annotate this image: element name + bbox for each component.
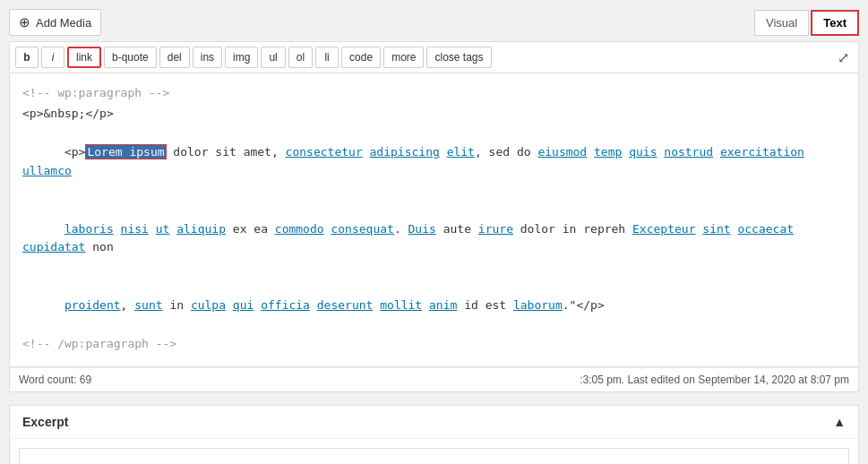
fmt-more[interactable]: more [383, 47, 424, 68]
link-consectetur[interactable]: consectetur [286, 145, 363, 159]
editor-wrapper: ⊕ Add Media Visual Text b i link b-quote… [0, 0, 868, 464]
link-laborum[interactable]: laborum [513, 298, 563, 312]
highlighted-lorem-ipsum: Lorem ipsum [85, 144, 166, 159]
link-commodo[interactable]: commodo [275, 222, 324, 236]
link-elit[interactable]: elit [447, 145, 475, 159]
link-consequat[interactable]: consequat [331, 222, 393, 236]
link-anim[interactable]: anim [429, 298, 457, 312]
word-count-label: Word count: [19, 374, 76, 386]
link-cupidatat[interactable]: cupidatat [22, 240, 85, 253]
link-duis[interactable]: Duis [408, 222, 436, 236]
link-aliquip[interactable]: aliquip [176, 222, 226, 236]
fmt-i[interactable]: i [41, 47, 64, 68]
link-culpa[interactable]: culpa [191, 298, 226, 312]
editor-p-open: <p> [64, 145, 85, 159]
add-media-icon: ⊕ [19, 14, 30, 30]
fmt-ol[interactable]: ol [288, 47, 313, 68]
link-proident[interactable]: proident [64, 298, 121, 312]
editor-line-3: <p>Lorem ipsum dolor sit amet, consectet… [22, 125, 846, 200]
editor-line-4: laboris nisi ut aliquip ex ea commodo co… [22, 202, 846, 276]
excerpt-section: Excerpt ▲ [9, 405, 859, 464]
link-adipiscing[interactable]: adipiscing [370, 145, 440, 159]
word-count-value: 69 [80, 374, 91, 386]
visual-tab[interactable]: Visual [754, 10, 809, 36]
link-sint[interactable]: sint [702, 222, 730, 236]
status-bar: Word count: 69 :3:05 pm. Last edited on … [9, 367, 859, 392]
link-officia[interactable]: officia [261, 298, 310, 312]
link-qui[interactable]: qui [233, 298, 254, 312]
editor-line-6: <!-- /wp:paragraph --> [22, 335, 846, 354]
fmt-li[interactable]: li [315, 47, 339, 68]
fmt-b[interactable]: b [15, 47, 39, 68]
word-count: Word count: 69 [19, 374, 91, 386]
toolbar-top: ⊕ Add Media Visual Text [9, 9, 859, 36]
fmt-code[interactable]: code [341, 47, 381, 68]
fmt-link[interactable]: link [67, 47, 101, 68]
link-ullamco[interactable]: ullamco [22, 164, 72, 177]
link-quis[interactable]: quis [629, 145, 657, 159]
link-eiusmod[interactable]: eiusmod [537, 145, 587, 159]
link-deserunt[interactable]: deserunt [317, 298, 374, 312]
fmt-b-quote[interactable]: b-quote [104, 47, 157, 68]
link-temp[interactable]: temp [594, 145, 622, 159]
excerpt-title: Excerpt [22, 415, 68, 429]
link-mollit[interactable]: mollit [380, 298, 422, 312]
link-exercitation[interactable]: exercitation [720, 145, 804, 159]
view-buttons: Visual Text [754, 10, 859, 36]
fmt-close-tags[interactable]: close tags [426, 47, 491, 68]
add-media-button[interactable]: ⊕ Add Media [9, 9, 101, 36]
link-occaecat[interactable]: occaecat [737, 222, 794, 236]
last-edited: :3:05 pm. Last edited on September 14, 2… [580, 374, 849, 386]
add-media-label: Add Media [36, 16, 91, 30]
link-ut[interactable]: ut [156, 222, 170, 236]
text-tab[interactable]: Text [811, 10, 859, 36]
format-buttons: b i link b-quote del ins img ul ol li co… [15, 47, 492, 68]
editor-line-2: <p>&nbsp;</p> [22, 105, 846, 124]
link-nostrud[interactable]: nostrud [664, 145, 713, 159]
expand-icon[interactable]: ⤢ [834, 47, 853, 68]
fmt-ins[interactable]: ins [193, 47, 222, 68]
link-laboris[interactable]: laboris [64, 222, 114, 236]
link-nisi[interactable]: nisi [121, 222, 149, 236]
format-toolbar: b i link b-quote del ins img ul ol li co… [9, 41, 859, 73]
editor-area[interactable]: <!-- wp:paragraph --> <p>&nbsp;</p> <p>L… [9, 73, 859, 367]
fmt-ul[interactable]: ul [261, 47, 285, 68]
link-sunt[interactable]: sunt [134, 298, 162, 312]
fmt-img[interactable]: img [225, 47, 258, 68]
editor-line-5: proident, sunt in culpa qui officia dese… [22, 278, 846, 333]
fmt-del[interactable]: del [159, 47, 190, 68]
link-irure[interactable]: irure [478, 222, 513, 236]
excerpt-collapse-icon[interactable]: ▲ [833, 415, 846, 429]
excerpt-header[interactable]: Excerpt ▲ [10, 406, 858, 439]
excerpt-body[interactable] [19, 448, 849, 464]
link-excepteur[interactable]: Excepteur [632, 222, 695, 236]
editor-line-1: <!-- wp:paragraph --> [22, 84, 846, 103]
